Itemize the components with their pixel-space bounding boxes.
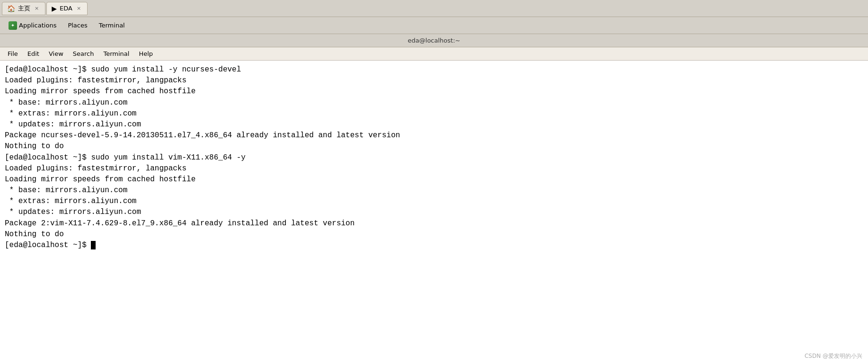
home-icon: 🏠 [7, 5, 15, 12]
watermark: CSDN @爱发明的小兴 [805, 352, 862, 360]
output-line12: * base: mirrors.aliyun.com [5, 186, 127, 195]
terminal-titlebar: eda@localhost:~ [0, 34, 868, 47]
gnome-panel: ✦ Applications Places Terminal [0, 17, 868, 34]
title-bar: 🏠 主页 × ▶ EDA × [0, 0, 868, 17]
output-line16: Nothing to do [5, 230, 64, 239]
output-line10: Loaded plugins: fastestmirror, langpacks [5, 164, 186, 173]
places-label: Places [68, 22, 87, 29]
applications-label: Applications [19, 22, 56, 29]
tab-eda-label: EDA [60, 5, 72, 12]
terminal-panel-label: Terminal [99, 22, 125, 29]
output-line1: [eda@localhost ~]$ sudo yum install -y n… [5, 65, 241, 74]
output-line15: Package 2:vim-X11-7.4.629-8.el7_9.x86_64… [5, 219, 354, 228]
output-line9: [eda@localhost ~]$ sudo yum install vim-… [5, 153, 246, 162]
tab-eda-close[interactable]: × [75, 5, 82, 12]
help-menu[interactable]: Help [135, 49, 157, 59]
edit-menu[interactable]: Edit [24, 49, 43, 59]
search-menu[interactable]: Search [69, 49, 98, 59]
output-line2: Loaded plugins: fastestmirror, langpacks [5, 76, 186, 85]
tab-home-label: 主页 [18, 4, 30, 13]
output-line8: Nothing to do [5, 142, 64, 151]
terminal-title: eda@localhost:~ [408, 37, 461, 44]
terminal-window: eda@localhost:~ File Edit View Search Te… [0, 34, 868, 364]
file-menu[interactable]: File [4, 49, 22, 59]
tab-home[interactable]: 🏠 主页 × [2, 2, 45, 15]
tab-eda[interactable]: ▶ EDA × [46, 2, 88, 15]
terminal-output[interactable]: [eda@localhost ~]$ sudo yum install -y n… [0, 61, 868, 364]
eda-icon: ▶ [52, 5, 57, 12]
applications-menu[interactable]: ✦ Applications [4, 19, 61, 32]
output-line5: * extras: mirrors.aliyun.com [5, 109, 136, 118]
terminal-inner-menu[interactable]: Terminal [99, 49, 133, 59]
output-line13: * extras: mirrors.aliyun.com [5, 197, 136, 205]
places-menu[interactable]: Places [63, 20, 92, 31]
terminal-menu[interactable]: Terminal [94, 20, 130, 31]
output-line7: Package ncurses-devel-5.9-14.20130511.el… [5, 131, 400, 140]
view-menu[interactable]: View [45, 49, 67, 59]
terminal-menubar: File Edit View Search Terminal Help [0, 47, 868, 61]
output-line3: Loading mirror speeds from cached hostfi… [5, 87, 195, 96]
output-line6: * updates: mirrors.aliyun.com [5, 120, 141, 129]
applications-icon: ✦ [9, 21, 17, 30]
tab-home-close[interactable]: × [33, 5, 40, 12]
terminal-cursor [91, 241, 96, 249]
output-line14: * updates: mirrors.aliyun.com [5, 208, 141, 216]
output-prompt: [eda@localhost ~]$ [5, 241, 91, 249]
output-line4: * base: mirrors.aliyun.com [5, 98, 127, 107]
output-line11: Loading mirror speeds from cached hostfi… [5, 175, 195, 184]
